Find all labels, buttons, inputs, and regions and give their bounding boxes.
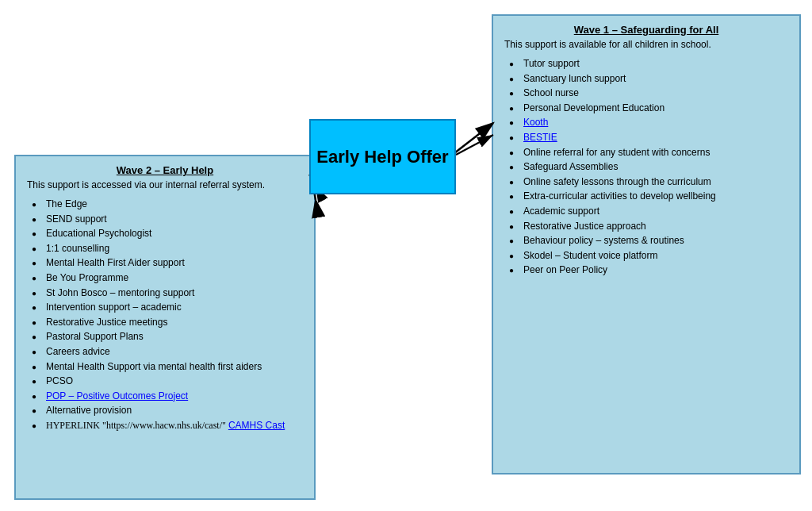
list-item: SEND support bbox=[32, 212, 303, 227]
camhs-link[interactable]: CAMHS Cast bbox=[228, 420, 285, 431]
svg-line-6 bbox=[454, 123, 493, 153]
list-item: Online referral for any student with con… bbox=[509, 145, 788, 160]
list-item: Peer on Peer Policy bbox=[509, 263, 788, 278]
list-item: HYPERLINK "https://www.hacw.nhs.uk/cast/… bbox=[32, 418, 303, 433]
pop-link[interactable]: POP – Positive Outcomes Project bbox=[46, 390, 188, 402]
list-item: Educational Psychologist bbox=[32, 226, 303, 241]
wave1-box: Wave 1 – Safeguarding for All This suppo… bbox=[492, 14, 801, 474]
list-item: 1:1 counselling bbox=[32, 241, 303, 256]
wave2-title: Wave 2 – Early Help bbox=[27, 164, 303, 176]
list-item: Skodel – Student voice platform bbox=[509, 248, 788, 263]
central-box: Early Help Offer bbox=[309, 119, 456, 194]
list-item: The Edge bbox=[32, 197, 303, 212]
list-item: Restorative Justice approach bbox=[509, 219, 788, 234]
list-item: POP – Positive Outcomes Project bbox=[32, 389, 303, 404]
wave2-box: Wave 2 – Early Help This support is acce… bbox=[14, 155, 316, 500]
list-item: Careers advice bbox=[32, 344, 303, 359]
list-item: Pastoral Support Plans bbox=[32, 329, 303, 344]
list-item: Extra-curricular activities to develop w… bbox=[509, 189, 788, 204]
list-item: Online safety lessons through the curric… bbox=[509, 175, 788, 190]
list-item: Personal Development Education bbox=[509, 101, 788, 116]
wave2-list: The Edge SEND support Educational Psycho… bbox=[27, 197, 303, 433]
svg-line-2 bbox=[456, 135, 493, 155]
list-item: Alternative provision bbox=[32, 403, 303, 418]
list-item: Mental Health Support via mental health … bbox=[32, 359, 303, 375]
list-item: Mental Health First Aider support bbox=[32, 256, 303, 271]
wave1-title: Wave 1 – Safeguarding for All bbox=[504, 24, 788, 36]
list-item: Safeguard Assemblies bbox=[509, 159, 788, 175]
list-item: Restorative Justice meetings bbox=[32, 315, 303, 330]
central-label: Early Help Offer bbox=[316, 147, 448, 167]
list-item: St John Bosco – mentoring support bbox=[32, 286, 303, 301]
wave2-subtitle: This support is accessed via our interna… bbox=[27, 179, 303, 190]
wave1-list: Tutor support Sanctuary lunch support Sc… bbox=[504, 56, 788, 278]
list-item: PCSO bbox=[32, 374, 303, 389]
list-item: Kooth bbox=[509, 115, 788, 130]
bestie-link[interactable]: BESTIE bbox=[523, 132, 557, 143]
list-item: Intervention support – academic bbox=[32, 300, 303, 315]
list-item: Tutor support bbox=[509, 56, 788, 71]
kooth-link[interactable]: Kooth bbox=[523, 117, 548, 128]
list-item: School nurse bbox=[509, 86, 788, 101]
list-item: Sanctuary lunch support bbox=[509, 71, 788, 86]
list-item: Behaviour policy – systems & routines bbox=[509, 233, 788, 248]
hyperlink-prefix: HYPERLINK "https://www.hacw.nhs.uk/cast/… bbox=[46, 420, 228, 431]
list-item: Academic support bbox=[509, 204, 788, 219]
list-item: BESTIE bbox=[509, 130, 788, 145]
wave1-subtitle: This support is available for all childr… bbox=[504, 39, 788, 50]
diagram-container: Wave 1 – Safeguarding for All This suppo… bbox=[0, 0, 812, 511]
list-item: Be You Programme bbox=[32, 271, 303, 286]
